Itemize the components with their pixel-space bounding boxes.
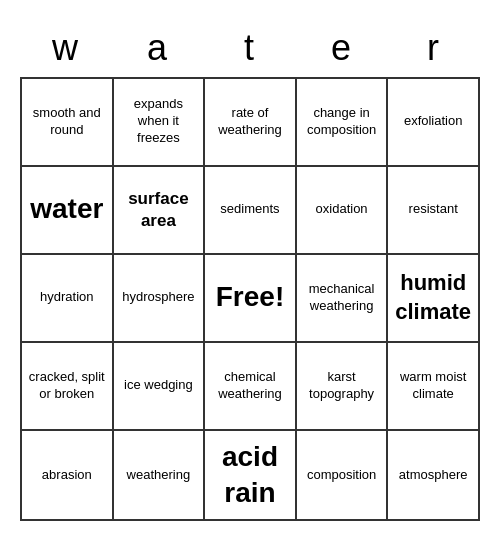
header-letter-e: e: [296, 23, 388, 73]
bingo-cell-r1-c4: resistant: [388, 167, 480, 255]
bingo-cell-r1-c0: water: [22, 167, 114, 255]
bingo-cell-r1-c2: sediments: [205, 167, 297, 255]
bingo-grid: smooth and roundexpands when it freezesr…: [20, 77, 480, 522]
bingo-cell-r3-c1: ice wedging: [114, 343, 206, 431]
bingo-cell-r0-c1: expands when it freezes: [114, 79, 206, 167]
bingo-cell-r2-c4: humid climate: [388, 255, 480, 343]
bingo-cell-r4-c1: weathering: [114, 431, 206, 522]
bingo-cell-r2-c3: mechanical weathering: [297, 255, 389, 343]
header-letter-w: w: [20, 23, 112, 73]
bingo-cell-r3-c4: warm moist climate: [388, 343, 480, 431]
bingo-cell-r1-c1: surface area: [114, 167, 206, 255]
bingo-cell-r1-c3: oxidation: [297, 167, 389, 255]
bingo-cell-r2-c0: hydration: [22, 255, 114, 343]
bingo-cell-r4-c0: abrasion: [22, 431, 114, 522]
header-letter-r: r: [388, 23, 480, 73]
bingo-cell-r4-c4: atmosphere: [388, 431, 480, 522]
header-letter-t: t: [204, 23, 296, 73]
bingo-cell-r2-c1: hydrosphere: [114, 255, 206, 343]
bingo-cell-r4-c2: acid rain: [205, 431, 297, 522]
bingo-cell-r2-c2: Free!: [205, 255, 297, 343]
bingo-header: water: [20, 23, 480, 73]
bingo-cell-r0-c3: change in composition: [297, 79, 389, 167]
bingo-cell-r0-c4: exfoliation: [388, 79, 480, 167]
bingo-cell-r0-c0: smooth and round: [22, 79, 114, 167]
header-letter-a: a: [112, 23, 204, 73]
bingo-cell-r3-c3: karst topography: [297, 343, 389, 431]
bingo-cell-r0-c2: rate of weathering: [205, 79, 297, 167]
bingo-cell-r3-c2: chemical weathering: [205, 343, 297, 431]
bingo-cell-r4-c3: composition: [297, 431, 389, 522]
bingo-cell-r3-c0: cracked, split or broken: [22, 343, 114, 431]
bingo-card: water smooth and roundexpands when it fr…: [10, 13, 490, 532]
